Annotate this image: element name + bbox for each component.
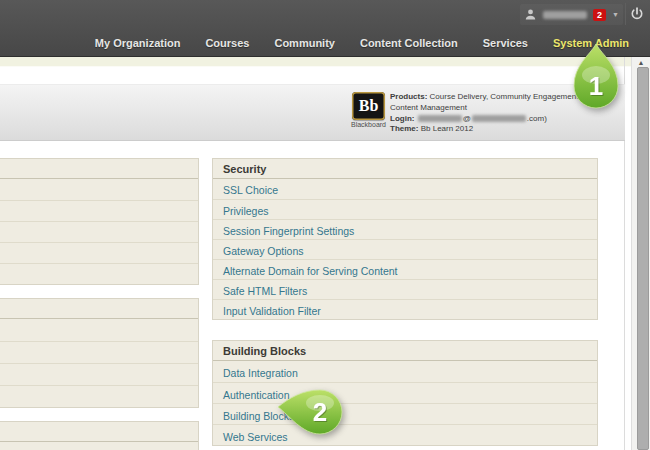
annotation-step-1-badge: 1 1 <box>570 42 622 110</box>
left-panel-1-item[interactable] <box>0 242 198 263</box>
building-blocks-row: Authentication <box>213 382 597 403</box>
notification-badge[interactable]: 2 <box>593 9 606 21</box>
security-panel-title: Security <box>213 159 597 179</box>
link-session-fingerprint-settings[interactable]: Session Fingerprint Settings <box>223 225 354 237</box>
step-1-number: 1 <box>589 71 603 101</box>
left-panel-3 <box>0 421 199 450</box>
step-2-number: 2 <box>313 397 327 427</box>
security-row: SSL Choice <box>213 179 597 199</box>
link-safe-html-filters[interactable]: Safe HTML Filters <box>223 285 307 297</box>
left-panel-3-rows <box>0 442 198 450</box>
security-row: Safe HTML Filters <box>213 279 597 299</box>
nav-tab-community[interactable]: Community <box>274 37 335 49</box>
blackboard-logo-caption: Blackboard <box>347 121 390 128</box>
building-blocks-row: Building Blocks <box>213 403 597 424</box>
left-panel-1-item[interactable] <box>0 263 198 284</box>
left-panel-2 <box>0 298 199 408</box>
left-panel-3-header <box>0 422 198 442</box>
left-panel-2-item[interactable] <box>0 341 198 363</box>
login-label: Login: <box>390 114 414 123</box>
username-blurred <box>543 11 587 19</box>
scrollbar-thumb[interactable] <box>637 67 649 450</box>
left-panel-1-item[interactable] <box>0 200 198 221</box>
security-row: Input Validation Filter <box>213 299 597 319</box>
security-panel: Security SSL ChoicePrivilegesSession Fin… <box>212 158 598 320</box>
theme-line: Theme: Bb Learn 2012 <box>390 124 584 135</box>
theme-label: Theme: <box>390 124 418 133</box>
chevron-down-icon: ▼ <box>612 11 619 19</box>
left-panel-2-item[interactable] <box>0 363 198 385</box>
left-panel-2-item[interactable] <box>0 385 198 407</box>
building-blocks-row: Data Integration <box>213 361 597 382</box>
security-row: Privileges <box>213 199 597 219</box>
blackboard-logo: Bb <box>352 92 385 120</box>
products-line: Products: Course Delivery, Community Eng… <box>390 92 584 114</box>
left-panel-2-rows <box>0 319 198 407</box>
login-domain-blurred <box>472 115 526 122</box>
page-background-strip <box>0 57 650 67</box>
products-label: Products: <box>390 92 427 101</box>
nav-tab-services[interactable]: Services <box>483 37 528 49</box>
security-row: Gateway Options <box>213 239 597 259</box>
nav-tab-content-collection[interactable]: Content Collection <box>360 37 458 49</box>
link-alternate-domain-for-serving-content[interactable]: Alternate Domain for Serving Content <box>223 265 398 277</box>
left-panel-2-header <box>0 299 198 319</box>
link-privileges[interactable]: Privileges <box>223 205 269 217</box>
top-navigation-bar: 2 ▼ My OrganizationCoursesCommunityConte… <box>0 0 650 57</box>
nav-tab-courses[interactable]: Courses <box>205 37 249 49</box>
link-data-integration[interactable]: Data Integration <box>223 367 298 379</box>
admin-header-band: Bb Blackboard Products: Course Delivery,… <box>0 84 625 141</box>
user-icon <box>524 8 537 21</box>
user-menu[interactable]: 2 ▼ <box>520 4 623 25</box>
power-icon <box>630 7 644 21</box>
login-line: Login: @.com) <box>390 114 584 125</box>
login-suffix: .com) <box>527 114 547 123</box>
vertical-scrollbar[interactable]: ▲ <box>631 57 650 450</box>
annotation-step-2-badge: 2 2 <box>276 386 344 438</box>
install-info: Products: Course Delivery, Community Eng… <box>390 92 584 135</box>
security-row: Session Fingerprint Settings <box>213 219 597 239</box>
building-blocks-row: Web Services <box>213 424 597 445</box>
building-blocks-panel-title: Building Blocks <box>213 341 597 361</box>
building-blocks-panel-links: Data IntegrationAuthenticationBuilding B… <box>213 361 597 445</box>
blackboard-admin-screen: 2 ▼ My OrganizationCoursesCommunityConte… <box>0 0 650 450</box>
login-user-blurred <box>418 115 462 122</box>
theme-value: Bb Learn 2012 <box>418 124 473 133</box>
link-input-validation-filter[interactable]: Input Validation Filter <box>223 305 321 317</box>
left-panel-1 <box>0 158 199 285</box>
left-panel-1-rows <box>0 179 198 284</box>
building-blocks-panel: Building Blocks Data IntegrationAuthenti… <box>212 340 598 446</box>
topbar-nav: My OrganizationCoursesCommunityContent C… <box>95 37 629 49</box>
logout-button[interactable] <box>625 3 648 25</box>
left-panel-1-item[interactable] <box>0 221 198 242</box>
login-at: @ <box>463 114 471 123</box>
left-panel-2-item[interactable] <box>0 319 198 341</box>
left-panel-1-header <box>0 159 198 179</box>
security-panel-links: SSL ChoicePrivilegesSession Fingerprint … <box>213 179 597 319</box>
link-ssl-choice[interactable]: SSL Choice <box>223 184 278 196</box>
left-panel-3-item[interactable] <box>0 442 198 450</box>
nav-tab-my-organization[interactable]: My Organization <box>95 37 181 49</box>
link-gateway-options[interactable]: Gateway Options <box>223 245 304 257</box>
left-panel-1-item[interactable] <box>0 179 198 200</box>
security-row: Alternate Domain for Serving Content <box>213 259 597 279</box>
